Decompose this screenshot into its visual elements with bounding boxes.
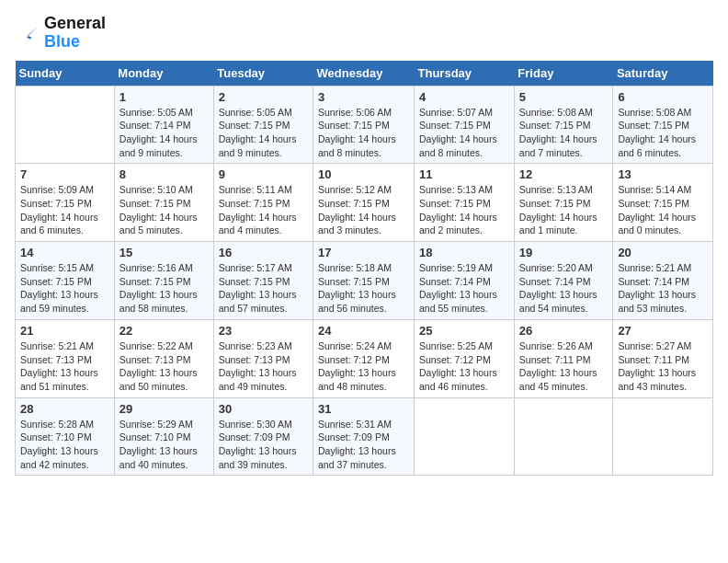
calendar-cell [16, 86, 115, 164]
calendar-cell: 1Sunrise: 5:05 AMSunset: 7:14 PMDaylight… [114, 86, 213, 164]
day-info: Sunrise: 5:20 AMSunset: 7:14 PMDaylight:… [519, 261, 609, 316]
calendar-cell: 22Sunrise: 5:22 AMSunset: 7:13 PMDayligh… [114, 319, 213, 397]
day-info: Sunrise: 5:07 AMSunset: 7:15 PMDaylight:… [419, 106, 509, 160]
day-number: 1 [119, 90, 209, 104]
day-info: Sunrise: 5:06 AMSunset: 7:15 PMDaylight:… [318, 106, 409, 160]
day-info: Sunrise: 5:23 AMSunset: 7:13 PMDaylight:… [219, 339, 308, 394]
day-number: 11 [419, 167, 509, 181]
page-header: General Blue [15, 15, 713, 52]
day-info: Sunrise: 5:31 AMSunset: 7:09 PMDaylight:… [318, 418, 409, 472]
day-number: 2 [219, 90, 308, 104]
calendar-cell: 7Sunrise: 5:09 AMSunset: 7:15 PMDaylight… [16, 164, 115, 242]
calendar-cell: 28Sunrise: 5:28 AMSunset: 7:10 PMDayligh… [16, 397, 115, 476]
day-number: 25 [419, 324, 509, 338]
day-number: 20 [618, 246, 708, 259]
day-info: Sunrise: 5:27 AMSunset: 7:11 PMDaylight:… [618, 339, 708, 394]
calendar-cell: 30Sunrise: 5:30 AMSunset: 7:09 PMDayligh… [213, 397, 313, 476]
day-number: 21 [20, 324, 109, 338]
day-info: Sunrise: 5:29 AMSunset: 7:10 PMDaylight:… [119, 418, 209, 472]
day-header-friday: Friday [514, 61, 613, 86]
calendar-cell: 31Sunrise: 5:31 AMSunset: 7:09 PMDayligh… [313, 397, 415, 476]
day-number: 26 [519, 324, 609, 338]
day-number: 16 [219, 246, 308, 259]
day-header-wednesday: Wednesday [313, 61, 415, 86]
calendar-cell: 13Sunrise: 5:14 AMSunset: 7:15 PMDayligh… [613, 164, 713, 242]
calendar-cell [514, 397, 613, 476]
calendar-cell: 14Sunrise: 5:15 AMSunset: 7:15 PMDayligh… [16, 242, 115, 320]
day-info: Sunrise: 5:26 AMSunset: 7:11 PMDaylight:… [519, 339, 609, 394]
calendar-cell: 8Sunrise: 5:10 AMSunset: 7:15 PMDaylight… [114, 164, 213, 242]
day-header-saturday: Saturday [613, 61, 713, 86]
calendar-cell: 29Sunrise: 5:29 AMSunset: 7:10 PMDayligh… [114, 397, 213, 476]
day-info: Sunrise: 5:21 AMSunset: 7:14 PMDaylight:… [618, 261, 708, 316]
calendar-cell: 21Sunrise: 5:21 AMSunset: 7:13 PMDayligh… [16, 319, 115, 397]
day-info: Sunrise: 5:05 AMSunset: 7:14 PMDaylight:… [119, 106, 209, 160]
day-number: 10 [318, 167, 409, 181]
day-number: 24 [318, 324, 409, 338]
day-info: Sunrise: 5:13 AMSunset: 7:15 PMDaylight:… [419, 183, 509, 237]
calendar-week-5: 28Sunrise: 5:28 AMSunset: 7:10 PMDayligh… [16, 397, 713, 476]
calendar-cell: 17Sunrise: 5:18 AMSunset: 7:15 PMDayligh… [313, 242, 415, 320]
day-number: 28 [20, 402, 109, 416]
calendar-cell: 26Sunrise: 5:26 AMSunset: 7:11 PMDayligh… [514, 319, 613, 397]
day-number: 17 [318, 246, 409, 259]
day-number: 6 [618, 90, 708, 104]
calendar-cell: 3Sunrise: 5:06 AMSunset: 7:15 PMDaylight… [313, 86, 415, 164]
day-number: 27 [618, 324, 708, 338]
day-number: 13 [618, 167, 708, 181]
day-info: Sunrise: 5:11 AMSunset: 7:15 PMDaylight:… [219, 183, 308, 237]
day-header-sunday: Sunday [16, 61, 115, 86]
day-number: 3 [318, 90, 409, 104]
day-info: Sunrise: 5:19 AMSunset: 7:14 PMDaylight:… [419, 261, 509, 316]
calendar-cell: 11Sunrise: 5:13 AMSunset: 7:15 PMDayligh… [415, 164, 515, 242]
calendar-cell: 9Sunrise: 5:11 AMSunset: 7:15 PMDaylight… [213, 164, 313, 242]
day-number: 9 [219, 167, 308, 181]
calendar-cell [613, 397, 713, 476]
calendar-cell: 10Sunrise: 5:12 AMSunset: 7:15 PMDayligh… [313, 164, 415, 242]
day-number: 7 [20, 167, 109, 181]
day-info: Sunrise: 5:30 AMSunset: 7:09 PMDaylight:… [219, 418, 308, 472]
calendar-cell: 25Sunrise: 5:25 AMSunset: 7:12 PMDayligh… [415, 319, 515, 397]
calendar-cell: 4Sunrise: 5:07 AMSunset: 7:15 PMDaylight… [415, 86, 515, 164]
logo: General Blue [15, 15, 106, 52]
calendar-week-3: 14Sunrise: 5:15 AMSunset: 7:15 PMDayligh… [16, 242, 713, 320]
calendar-cell: 2Sunrise: 5:05 AMSunset: 7:15 PMDaylight… [213, 86, 313, 164]
calendar-cell: 23Sunrise: 5:23 AMSunset: 7:13 PMDayligh… [213, 319, 313, 397]
day-number: 30 [219, 402, 308, 416]
day-info: Sunrise: 5:05 AMSunset: 7:15 PMDaylight:… [219, 106, 308, 160]
calendar-week-1: 1Sunrise: 5:05 AMSunset: 7:14 PMDaylight… [16, 86, 713, 164]
day-info: Sunrise: 5:24 AMSunset: 7:12 PMDaylight:… [318, 339, 409, 394]
calendar-cell: 24Sunrise: 5:24 AMSunset: 7:12 PMDayligh… [313, 319, 415, 397]
calendar-cell: 5Sunrise: 5:08 AMSunset: 7:15 PMDaylight… [514, 86, 613, 164]
day-number: 8 [119, 167, 209, 181]
day-info: Sunrise: 5:21 AMSunset: 7:13 PMDaylight:… [20, 339, 109, 394]
day-info: Sunrise: 5:10 AMSunset: 7:15 PMDaylight:… [119, 183, 209, 237]
day-number: 14 [20, 246, 109, 259]
day-info: Sunrise: 5:16 AMSunset: 7:15 PMDaylight:… [119, 261, 209, 316]
day-header-thursday: Thursday [415, 61, 515, 86]
day-info: Sunrise: 5:13 AMSunset: 7:15 PMDaylight:… [519, 183, 609, 237]
day-info: Sunrise: 5:17 AMSunset: 7:15 PMDaylight:… [219, 261, 308, 316]
day-number: 19 [519, 246, 609, 259]
logo-icon [15, 20, 40, 46]
calendar-cell: 6Sunrise: 5:08 AMSunset: 7:15 PMDaylight… [613, 86, 713, 164]
day-header-tuesday: Tuesday [213, 61, 313, 86]
day-info: Sunrise: 5:09 AMSunset: 7:15 PMDaylight:… [20, 183, 109, 237]
calendar-body: 1Sunrise: 5:05 AMSunset: 7:14 PMDaylight… [16, 86, 713, 476]
calendar-cell: 16Sunrise: 5:17 AMSunset: 7:15 PMDayligh… [213, 242, 313, 320]
day-info: Sunrise: 5:12 AMSunset: 7:15 PMDaylight:… [318, 183, 409, 237]
calendar-header: SundayMondayTuesdayWednesdayThursdayFrid… [16, 61, 713, 86]
day-number: 23 [219, 324, 308, 338]
calendar-cell: 18Sunrise: 5:19 AMSunset: 7:14 PMDayligh… [415, 242, 515, 320]
calendar-cell: 12Sunrise: 5:13 AMSunset: 7:15 PMDayligh… [514, 164, 613, 242]
day-number: 4 [419, 90, 509, 104]
day-info: Sunrise: 5:08 AMSunset: 7:15 PMDaylight:… [519, 106, 609, 160]
day-info: Sunrise: 5:28 AMSunset: 7:10 PMDaylight:… [20, 418, 109, 472]
day-number: 18 [419, 246, 509, 259]
day-number: 31 [318, 402, 409, 416]
calendar-week-4: 21Sunrise: 5:21 AMSunset: 7:13 PMDayligh… [16, 319, 713, 397]
day-info: Sunrise: 5:08 AMSunset: 7:15 PMDaylight:… [618, 106, 708, 160]
calendar-table: SundayMondayTuesdayWednesdayThursdayFrid… [15, 61, 713, 477]
calendar-cell: 27Sunrise: 5:27 AMSunset: 7:11 PMDayligh… [613, 319, 713, 397]
day-number: 22 [119, 324, 209, 338]
